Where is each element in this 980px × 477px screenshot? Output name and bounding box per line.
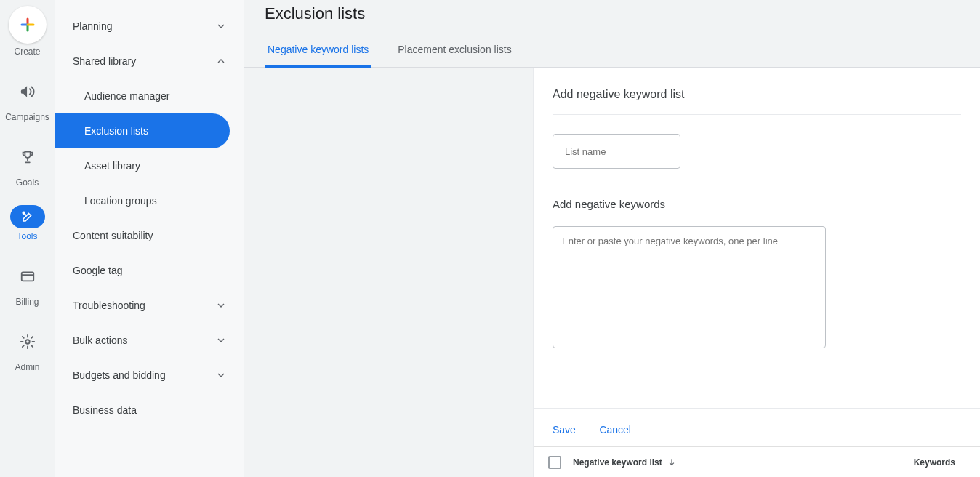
cancel-button[interactable]: Cancel: [599, 424, 631, 436]
submenu-business-data[interactable]: Business data: [55, 393, 244, 428]
chevron-down-icon: [215, 20, 227, 32]
content-left-blank: [244, 68, 533, 477]
column-keywords[interactable]: Keywords: [800, 447, 965, 477]
submenu-label: Planning: [73, 20, 113, 32]
megaphone-icon: [10, 74, 45, 109]
chevron-down-icon: [215, 334, 227, 346]
submenu-audience-manager[interactable]: Audience manager: [55, 79, 244, 113]
arrow-down-icon: [667, 457, 677, 468]
column-label: Keywords: [914, 457, 955, 468]
submenu-content-suitability[interactable]: Content suitability: [55, 218, 244, 253]
submenu-asset-library[interactable]: Asset library: [55, 148, 244, 183]
submenu-label: Location groups: [84, 195, 157, 207]
svg-point-0: [23, 212, 25, 214]
left-rail: Create Campaigns Goals: [0, 0, 55, 477]
submenu-label: Content suitability: [73, 230, 153, 241]
chevron-up-icon: [215, 55, 227, 67]
select-all-checkbox[interactable]: [548, 456, 561, 469]
page-title: Exclusion lists: [265, 4, 960, 23]
submenu-label: Troubleshooting: [73, 300, 145, 311]
submenu-label: Exclusion lists: [84, 125, 148, 137]
submenu-planning[interactable]: Planning: [55, 9, 244, 44]
submenu-budgets-and-bidding[interactable]: Budgets and bidding: [55, 358, 244, 393]
submenu-label: Asset library: [84, 160, 140, 172]
credit-card-icon: [10, 259, 45, 294]
trophy-icon: [10, 140, 45, 175]
submenu-location-groups[interactable]: Location groups: [55, 183, 244, 218]
rail-label-campaigns: Campaigns: [5, 112, 49, 122]
goals-button[interactable]: Goals: [3, 140, 52, 188]
rail-label-tools: Tools: [17, 231, 37, 241]
tabs: Negative keyword lists Placement exclusi…: [244, 44, 980, 68]
negative-keywords-textarea[interactable]: [553, 226, 826, 348]
chevron-down-icon: [215, 369, 227, 381]
tools-button[interactable]: Tools: [3, 205, 52, 241]
column-negative-keyword-list[interactable]: Negative keyword list: [573, 457, 800, 468]
submenu-label: Audience manager: [84, 90, 170, 102]
rail-label-admin: Admin: [15, 362, 39, 372]
tab-negative-keyword-lists[interactable]: Negative keyword lists: [265, 44, 371, 68]
plus-icon: [9, 6, 47, 44]
rail-label-create: Create: [14, 47, 40, 57]
svg-point-2: [25, 340, 30, 344]
submenu-label: Budgets and bidding: [73, 369, 166, 381]
list-name-input[interactable]: [565, 146, 668, 157]
save-button[interactable]: Save: [553, 424, 576, 436]
submenu-label: Bulk actions: [73, 334, 127, 346]
chevron-down-icon: [215, 300, 227, 311]
page-header: Exclusion lists: [244, 0, 980, 23]
svg-rect-1: [21, 273, 33, 281]
tools-submenu: Planning Shared library Audience manager…: [55, 0, 244, 477]
rail-label-goals: Goals: [16, 177, 39, 188]
admin-button[interactable]: Admin: [3, 324, 52, 372]
submenu-label: Business data: [73, 404, 137, 416]
submenu-shared-library[interactable]: Shared library: [55, 44, 244, 79]
form-title: Add negative keyword list: [553, 88, 961, 115]
tab-placement-exclusion-lists[interactable]: Placement exclusion lists: [395, 44, 514, 68]
submenu-bulk-actions[interactable]: Bulk actions: [55, 323, 244, 358]
table-header-row: Negative keyword list Keywords: [534, 446, 980, 477]
campaigns-button[interactable]: Campaigns: [3, 74, 52, 122]
tools-icon: [10, 205, 45, 228]
form-actions: Save Cancel: [534, 408, 980, 446]
form-sub-label: Add negative keywords: [553, 198, 961, 210]
column-label: Negative keyword list: [573, 457, 662, 468]
main-panel: Exclusion lists Negative keyword lists P…: [244, 0, 980, 477]
submenu-label: Shared library: [73, 55, 136, 67]
submenu-label: Google tag: [73, 265, 123, 276]
list-name-field-wrapper[interactable]: [553, 134, 680, 169]
create-button[interactable]: Create: [3, 6, 52, 57]
form-panel: Add negative keyword list Add negative k…: [533, 68, 980, 477]
submenu-google-tag[interactable]: Google tag: [55, 253, 244, 288]
rail-label-billing: Billing: [15, 297, 39, 307]
submenu-troubleshooting[interactable]: Troubleshooting: [55, 288, 244, 323]
submenu-exclusion-lists[interactable]: Exclusion lists: [55, 113, 230, 148]
billing-button[interactable]: Billing: [3, 259, 52, 307]
gear-icon: [10, 324, 45, 359]
